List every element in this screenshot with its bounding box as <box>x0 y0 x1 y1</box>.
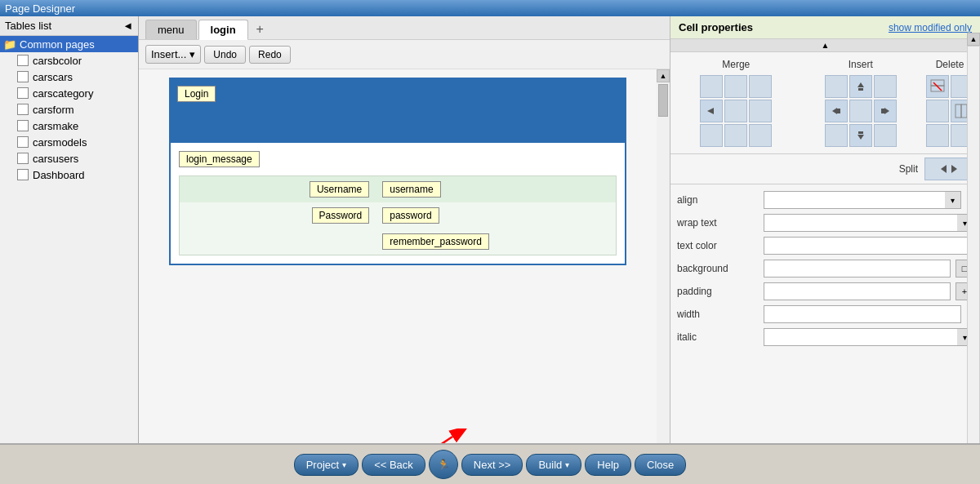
sidebar-item-label: carsform <box>33 104 74 116</box>
build-button[interactable]: Build ▾ <box>526 454 581 476</box>
run-button[interactable]: 🏃 <box>429 450 458 479</box>
right-scroll-up-btn[interactable]: ▲ <box>670 39 980 52</box>
padding-input[interactable] <box>764 282 951 300</box>
scroll-track[interactable] <box>657 82 670 451</box>
sidebar-item-carsusers[interactable]: carsusers <box>0 150 138 167</box>
sidebar-collapse-btn[interactable]: ◄ <box>122 20 133 32</box>
sidebar-item-carsmake[interactable]: carsmake <box>0 118 138 134</box>
sidebar-item-carsform[interactable]: carsform <box>0 101 138 118</box>
insert-cell-bl[interactable] <box>825 124 848 147</box>
redo-button[interactable]: Redo <box>249 46 291 64</box>
next-button[interactable]: Next >> <box>461 454 523 476</box>
close-button[interactable]: Close <box>635 454 686 476</box>
password-value-button[interactable]: password <box>382 207 439 224</box>
merge-cell-mr[interactable] <box>749 100 772 122</box>
insert-cell-bc[interactable] <box>849 124 872 147</box>
sidebar-item-carsbcolor[interactable]: carsbcolor <box>0 52 138 69</box>
align-dropdown-arrow[interactable]: ▾ <box>945 191 961 209</box>
build-dropdown-icon: ▾ <box>565 460 569 469</box>
insert-dropdown-button[interactable]: Insert... ▾ <box>145 45 201 64</box>
form-row-username[interactable]: Username username <box>180 176 617 203</box>
username-label-button[interactable]: Username <box>310 181 369 198</box>
italic-select[interactable]: yes no <box>764 328 973 346</box>
tab-menu[interactable]: menu <box>145 20 197 39</box>
insert-cell-br[interactable] <box>874 124 897 147</box>
insert-cell-tl[interactable] <box>825 75 848 98</box>
undo-button[interactable]: Undo <box>204 46 246 64</box>
insert-label: Insert <box>849 59 873 70</box>
canvas-vertical-scrollbar[interactable]: ▲ ▼ <box>657 69 670 464</box>
sidebar-item-carsmodels[interactable]: carsmodels <box>0 134 138 150</box>
form-row-remember[interactable]: remember_password <box>180 229 617 255</box>
merge-grid <box>700 75 772 147</box>
insert-up-icon <box>855 81 866 92</box>
merge-section: Merge <box>677 59 795 147</box>
merge-cell-ml[interactable] <box>700 100 723 122</box>
align-select[interactable]: left center right <box>764 191 961 209</box>
form-row-password[interactable]: Password password <box>180 202 617 229</box>
insert-cell-tc[interactable] <box>849 75 872 98</box>
insert-cell-tr[interactable] <box>874 75 897 98</box>
merge-cell-mc[interactable] <box>724 100 747 122</box>
form-table: Username username <box>179 175 617 255</box>
app-title: Page Designer <box>5 2 75 15</box>
title-bar: Page Designer <box>0 0 980 16</box>
canvas-scroll-area[interactable]: Login login_message <box>139 69 657 464</box>
back-button[interactable]: << Back <box>362 454 425 476</box>
merge-insert-delete-section: Merge <box>670 52 980 154</box>
insert-section: Insert <box>802 59 920 147</box>
delete-cell-5[interactable] <box>926 124 949 147</box>
split-label: Split <box>899 163 918 175</box>
wrap-text-select[interactable]: yes no <box>764 214 973 232</box>
right-panel: Cell properties show modified only ▲ Mer… <box>670 16 980 484</box>
page-canvas: Login login_message <box>169 78 626 265</box>
sidebar-item-common-pages[interactable]: 📁 Common pages <box>0 36 138 52</box>
merge-cell-tl[interactable] <box>700 75 723 98</box>
canvas-header-row[interactable]: Login <box>171 79 625 128</box>
merge-cell-tr[interactable] <box>749 75 772 98</box>
login-cell-button[interactable]: Login <box>177 86 216 102</box>
delete-cell-1[interactable] <box>926 75 949 98</box>
project-dropdown-icon: ▾ <box>342 460 346 469</box>
right-scroll-up-arrow[interactable]: ▲ <box>967 33 980 46</box>
padding-row: padding + <box>677 282 973 300</box>
insert-cell-mr[interactable] <box>874 100 897 122</box>
tabs-bar: menu login + <box>139 16 670 40</box>
insert-cell-mc[interactable] <box>849 100 872 122</box>
text-color-input[interactable] <box>764 237 973 255</box>
dropdown-arrow-icon: ▾ <box>189 48 195 60</box>
tab-add-button[interactable]: + <box>250 20 270 38</box>
show-modified-link[interactable]: show modified only <box>889 22 972 33</box>
split-button[interactable] <box>924 158 973 180</box>
toolbar: Insert... ▾ Undo Redo <box>139 40 670 69</box>
sidebar-item-carscars[interactable]: carscars <box>0 69 138 85</box>
login-message-button[interactable]: login_message <box>179 151 260 167</box>
italic-select-wrapper: yes no ▾ <box>764 328 973 346</box>
username-value-button[interactable]: username <box>382 181 440 198</box>
merge-cell-br[interactable] <box>749 124 772 147</box>
insert-cell-ml[interactable] <box>825 100 848 122</box>
remember-password-button[interactable]: remember_password <box>382 233 489 250</box>
project-button[interactable]: Project ▾ <box>294 454 359 476</box>
merge-cell-bc[interactable] <box>724 124 747 147</box>
delete-cell-3[interactable] <box>926 100 949 122</box>
message-cell[interactable]: login_message <box>179 151 617 167</box>
text-color-label: text color <box>677 240 759 251</box>
width-input[interactable] <box>764 305 961 323</box>
right-panel-vertical-scrollbar[interactable]: ▲ ▼ <box>967 33 980 471</box>
blue-separator <box>171 128 625 143</box>
sidebar-item-carscategory[interactable]: carscategory <box>0 85 138 101</box>
scroll-up-btn[interactable]: ▲ <box>657 69 670 82</box>
password-label-button[interactable]: Password <box>312 207 370 224</box>
background-input[interactable] <box>764 260 951 278</box>
sidebar-item-dashboard[interactable]: Dashboard <box>0 167 138 183</box>
right-scroll-track[interactable] <box>967 46 980 458</box>
scroll-thumb[interactable] <box>658 84 668 117</box>
merge-cell-tc[interactable] <box>724 75 747 98</box>
text-color-row: text color <box>677 237 973 255</box>
merge-cell-bl[interactable] <box>700 124 723 147</box>
help-button[interactable]: Help <box>585 454 631 476</box>
svg-rect-14 <box>956 104 961 118</box>
svg-marker-3 <box>858 82 864 87</box>
tab-login[interactable]: login <box>198 20 248 40</box>
